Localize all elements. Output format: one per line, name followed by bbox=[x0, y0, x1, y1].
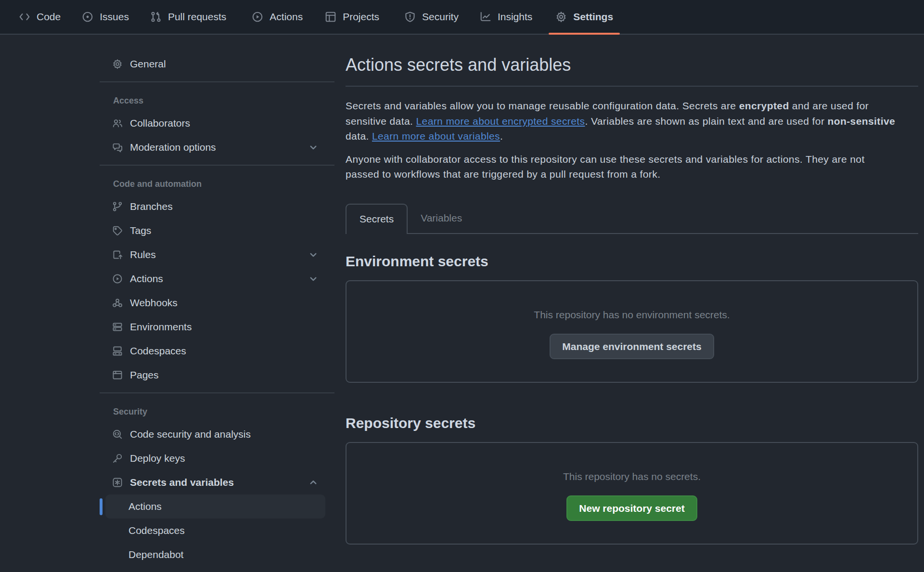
rules-icon bbox=[112, 249, 123, 260]
sidebar-item-label: Branches bbox=[130, 201, 173, 212]
sidebar-item-label: Environments bbox=[130, 321, 192, 333]
sidebar-item-label: Dependabot bbox=[128, 549, 183, 560]
sidebar-item-tags[interactable]: Tags bbox=[105, 219, 325, 243]
sidebar-item-general[interactable]: General bbox=[105, 52, 325, 76]
second-paragraph: Anyone with collaborator access to this … bbox=[346, 152, 875, 182]
nav-tab-label: Issues bbox=[100, 11, 129, 23]
sidebar-divider bbox=[100, 165, 334, 166]
sidebar-item-label: Pages bbox=[130, 369, 159, 381]
intro-paragraph: Secrets and variables allow you to manag… bbox=[346, 98, 904, 144]
nav-tab-label: Security bbox=[422, 11, 459, 23]
nav-tab-issues[interactable]: Issues bbox=[75, 0, 136, 34]
sidebar-item-label: Actions bbox=[130, 273, 163, 285]
graph-icon bbox=[480, 11, 491, 23]
repository-secrets-heading: Repository secrets bbox=[346, 414, 918, 432]
branch-icon bbox=[112, 201, 123, 212]
sidebar-item-label: Code security and analysis bbox=[130, 429, 251, 440]
nav-tab-label: Settings bbox=[573, 11, 613, 23]
pr-icon bbox=[150, 11, 162, 23]
sidebar-item-actions[interactable]: Actions bbox=[105, 267, 325, 291]
asterisk-icon bbox=[112, 477, 123, 488]
nav-tab-insights[interactable]: Insights bbox=[473, 0, 539, 34]
sidebar-item-collaborators[interactable]: Collaborators bbox=[105, 111, 325, 135]
sidebar-item-moderation-options[interactable]: Moderation options bbox=[105, 135, 325, 159]
chevron-down-icon bbox=[308, 273, 319, 284]
tab-variables[interactable]: Variables bbox=[408, 204, 475, 233]
sidebar-item-label: Webhooks bbox=[130, 297, 178, 309]
sidebar-item-label: Tags bbox=[130, 225, 151, 236]
sidebar-item-label: Collaborators bbox=[130, 117, 190, 129]
sidebar-item-secrets-dependabot[interactable]: Dependabot bbox=[105, 543, 325, 567]
sidebar-section-label: Code and automation bbox=[100, 173, 334, 195]
nav-tab-actions[interactable]: Actions bbox=[245, 0, 309, 34]
sidebar-item-deploy-keys[interactable]: Deploy keys bbox=[105, 446, 325, 470]
environment-secrets-empty-message: This repository has no environment secre… bbox=[346, 309, 917, 321]
environment-secrets-heading: Environment secrets bbox=[346, 252, 918, 271]
shield-icon bbox=[404, 11, 416, 23]
page-title: Actions secrets and variables bbox=[346, 54, 918, 87]
key-icon bbox=[112, 453, 123, 464]
nav-tab-pull-requests[interactable]: Pull requests bbox=[143, 0, 233, 34]
gear-icon bbox=[555, 11, 567, 23]
discussion-icon bbox=[112, 142, 123, 153]
sidebar-section-label: Access bbox=[100, 90, 334, 111]
gear-icon bbox=[112, 59, 123, 69]
nav-tab-security[interactable]: Security bbox=[398, 0, 465, 34]
secrets-variables-tabs: SecretsVariables bbox=[346, 204, 918, 234]
sidebar-item-label: Rules bbox=[130, 249, 156, 260]
nav-tab-label: Actions bbox=[270, 11, 303, 23]
tab-secrets[interactable]: Secrets bbox=[346, 204, 408, 234]
sections-container: Environment secretsThis repository has n… bbox=[346, 252, 918, 545]
nav-tab-label: Insights bbox=[498, 11, 532, 23]
chevron-up-icon bbox=[308, 477, 319, 488]
environment-secrets-empty-box: This repository has no environment secre… bbox=[346, 280, 918, 383]
sidebar-item-label: Deploy keys bbox=[130, 453, 185, 464]
sidebar-divider bbox=[100, 81, 334, 82]
sidebar-item-code-security-and-analysis[interactable]: Code security and analysis bbox=[105, 422, 325, 446]
sidebar-item-label: Secrets and variables bbox=[130, 477, 234, 488]
code-icon bbox=[19, 11, 30, 23]
sidebar-item-rules[interactable]: Rules bbox=[105, 243, 325, 267]
repository-secrets-empty-box: This repository has no secrets.New repos… bbox=[346, 442, 918, 545]
repo-tab-nav: CodeIssuesPull requestsActionsProjectsSe… bbox=[0, 0, 924, 35]
nav-tab-label: Pull requests bbox=[168, 11, 226, 23]
sidebar-item-codespaces[interactable]: Codespaces bbox=[105, 339, 325, 363]
sidebar-item-branches[interactable]: Branches bbox=[105, 195, 325, 219]
play-icon bbox=[112, 273, 123, 284]
sidebar-item-secrets-and-variables[interactable]: Secrets and variables bbox=[105, 470, 325, 494]
people-icon bbox=[112, 118, 123, 129]
environment-secrets-button[interactable]: Manage environment secrets bbox=[550, 334, 714, 359]
sidebar-item-pages[interactable]: Pages bbox=[105, 363, 325, 387]
sidebar-section-label: Security bbox=[100, 401, 334, 422]
sidebar-item-label: Codespaces bbox=[128, 525, 185, 536]
tag-icon bbox=[112, 225, 123, 236]
browser-icon bbox=[112, 370, 123, 380]
webhook-icon bbox=[112, 298, 123, 308]
nav-tab-projects[interactable]: Projects bbox=[318, 0, 386, 34]
repository-secrets-empty-message: This repository has no secrets. bbox=[346, 471, 917, 482]
nav-tab-settings[interactable]: Settings bbox=[549, 0, 620, 34]
chevron-down-icon bbox=[308, 142, 319, 153]
learn-more-encrypted-secrets-link[interactable]: Learn more about encrypted secrets bbox=[416, 116, 585, 127]
sidebar-item-label: Codespaces bbox=[130, 345, 186, 357]
nav-tab-label: Projects bbox=[343, 11, 379, 23]
repository-secrets-button[interactable]: New repository secret bbox=[566, 495, 697, 521]
nav-tab-code[interactable]: Code bbox=[12, 0, 67, 34]
sidebar-item-webhooks[interactable]: Webhooks bbox=[105, 291, 325, 315]
sidebar-item-secrets-actions[interactable]: Actions bbox=[105, 494, 325, 519]
server-icon bbox=[112, 322, 123, 332]
sidebar-item-label: General bbox=[130, 58, 166, 70]
sidebar-item-secrets-codespaces[interactable]: Codespaces bbox=[105, 519, 325, 543]
chevron-down-icon bbox=[308, 249, 319, 260]
sidebar-item-environments[interactable]: Environments bbox=[105, 315, 325, 339]
sidebar-item-label: Actions bbox=[128, 501, 162, 512]
sidebar-item-label: Moderation options bbox=[130, 142, 216, 153]
learn-more-variables-link[interactable]: Learn more about variables bbox=[372, 130, 500, 142]
settings-sidebar: GeneralAccessCollaboratorsModeration opt… bbox=[100, 35, 334, 567]
nav-tab-label: Code bbox=[37, 11, 61, 23]
issue-icon bbox=[82, 11, 93, 23]
play-icon bbox=[252, 11, 263, 23]
sidebar-divider bbox=[100, 392, 334, 393]
codespaces-icon bbox=[112, 346, 123, 356]
table-icon bbox=[325, 11, 336, 23]
